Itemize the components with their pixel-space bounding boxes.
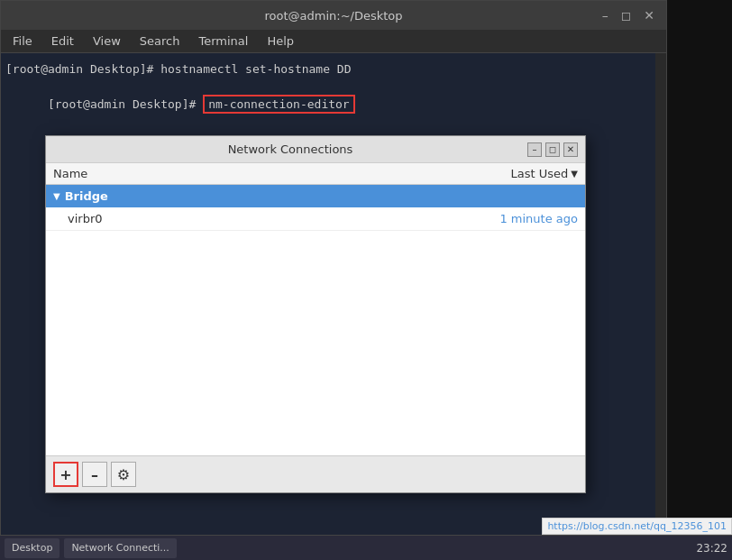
- col-lastused-label: Last Used: [511, 167, 569, 180]
- sort-arrow-icon: ▼: [571, 169, 578, 179]
- terminal-menubar: File Edit View Search Terminal Help: [1, 30, 666, 53]
- dialog-titlebar: Network Connections – ◻ ✕: [46, 136, 585, 163]
- terminal-window-controls: – ◻ ✕: [599, 8, 657, 23]
- terminal-scrollbar[interactable]: [655, 53, 666, 540]
- terminal-minimize-button[interactable]: –: [599, 8, 611, 23]
- menu-edit[interactable]: Edit: [44, 32, 81, 50]
- terminal-titlebar: root@admin:~/Desktop – ◻ ✕: [1, 1, 666, 30]
- taskbar-network-conn[interactable]: Network Connecti...: [64, 538, 176, 558]
- connection-row-virbr0[interactable]: virbr0 1 minute ago: [46, 207, 585, 231]
- dialog-content: Name Last Used ▼ ▼ Bridge virbr0 1 minut…: [46, 163, 585, 455]
- right-panel: [667, 0, 732, 541]
- menu-file[interactable]: File: [5, 32, 40, 50]
- menu-help[interactable]: Help: [260, 32, 301, 50]
- dialog-toolbar: + – ⚙: [46, 455, 585, 492]
- url-hint: https://blog.csdn.net/qq_12356_101: [542, 518, 732, 535]
- dialog-title: Network Connections: [53, 142, 527, 156]
- dialog-close-button[interactable]: ✕: [563, 142, 578, 157]
- connection-lastused: 1 minute ago: [499, 212, 578, 225]
- settings-button[interactable]: ⚙: [111, 462, 136, 487]
- dialog-win-controls-right: – ◻ ✕: [527, 142, 578, 157]
- add-connection-button[interactable]: +: [53, 462, 78, 487]
- table-header: Name Last Used ▼: [46, 163, 585, 185]
- menu-search[interactable]: Search: [133, 32, 188, 50]
- remove-connection-button[interactable]: –: [82, 462, 107, 487]
- terminal-close-button[interactable]: ✕: [641, 8, 657, 23]
- group-name: Bridge: [65, 189, 108, 203]
- col-name-header: Name: [53, 167, 511, 180]
- terminal-prompt: [root@admin Desktop]#: [48, 97, 203, 111]
- dialog-minimize-button[interactable]: –: [527, 142, 542, 157]
- dialog-maximize-button[interactable]: ◻: [545, 142, 560, 157]
- terminal-title: root@admin:~/Desktop: [264, 9, 402, 23]
- col-lastused-header[interactable]: Last Used ▼: [511, 167, 578, 180]
- connection-name: virbr0: [68, 212, 499, 225]
- terminal-line-1: [root@admin Desktop]# hostnamectl set-ho…: [5, 60, 662, 78]
- group-collapse-arrow: ▼: [53, 191, 60, 201]
- taskbar-time: 23:22: [696, 542, 727, 555]
- group-row-bridge[interactable]: ▼ Bridge: [46, 185, 585, 207]
- connections-table-body: ▼ Bridge virbr0 1 minute ago: [46, 185, 585, 455]
- taskbar-desktop[interactable]: Desktop: [5, 538, 59, 558]
- terminal-maximize-button[interactable]: ◻: [618, 8, 635, 23]
- terminal-line-2: [root@admin Desktop]# nm-connection-edit…: [5, 78, 662, 132]
- menu-view[interactable]: View: [86, 32, 128, 50]
- terminal-command-highlight: nm-connection-editor: [203, 95, 355, 114]
- menu-terminal[interactable]: Terminal: [191, 32, 255, 50]
- network-connections-dialog: Network Connections – ◻ ✕ Name Last Used…: [45, 135, 586, 493]
- taskbar: Desktop Network Connecti... 23:22: [0, 535, 732, 560]
